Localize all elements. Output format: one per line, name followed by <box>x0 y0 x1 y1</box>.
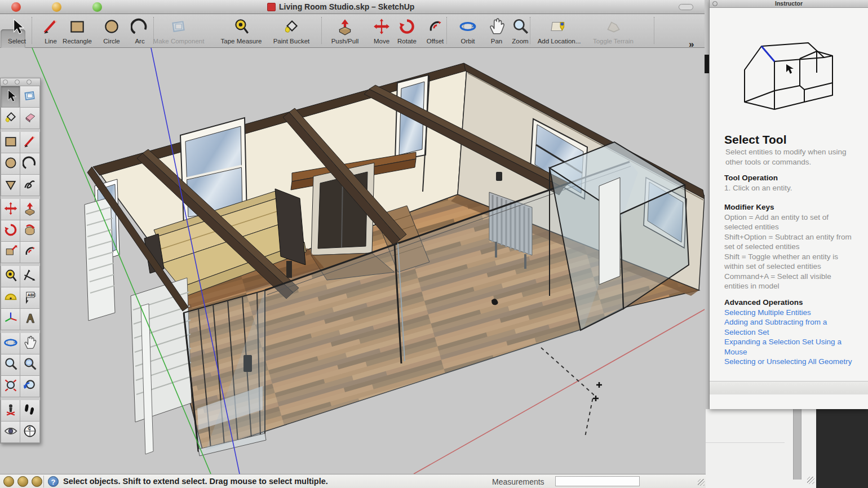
palette-titlebar[interactable] <box>1 78 40 86</box>
palette-tool-pan[interactable] <box>20 333 40 354</box>
text-3d-icon <box>23 311 37 328</box>
palette-tool-previous[interactable] <box>20 376 40 397</box>
add-location-icon <box>529 16 590 37</box>
eraser-icon <box>23 110 37 127</box>
palette-tool-follow-me[interactable] <box>20 220 40 242</box>
axes-icon <box>3 311 18 328</box>
toggle-terrain-icon <box>585 16 642 37</box>
advanced-operations-heading: Advanced Operations <box>724 298 852 308</box>
toolbar-item-paint-bucket[interactable]: Paint Bucket <box>267 16 316 45</box>
minimize-button[interactable] <box>52 2 61 12</box>
palette-tool-freehand[interactable] <box>20 175 40 196</box>
statusbar-resize-grip[interactable] <box>698 479 705 486</box>
measurements-label: Measurements <box>492 477 544 486</box>
palette-tool-dimension[interactable] <box>20 266 40 287</box>
palette-tool-rotate[interactable] <box>1 220 20 242</box>
push-pull-icon <box>327 16 364 37</box>
tape-measure-icon <box>217 16 265 37</box>
tape-measure-icon <box>3 268 18 285</box>
rectangle-icon <box>59 16 96 37</box>
zoom-window-icon <box>23 357 37 374</box>
palette-tool-zoom[interactable] <box>1 354 20 376</box>
palette-tool-orbit[interactable] <box>1 333 20 354</box>
toolbar-item-label: Offset <box>418 38 452 45</box>
status-icon-2[interactable] <box>17 476 28 487</box>
palette-tool-scale[interactable] <box>1 242 20 263</box>
background-window-divider <box>706 442 785 443</box>
toolbar-item-push-pull[interactable]: Push/Pull <box>327 16 364 45</box>
instructor-house-diagram <box>732 39 851 123</box>
palette-tool-zoom-window[interactable] <box>20 354 40 376</box>
palette-tool-line[interactable] <box>20 132 40 153</box>
status-divider <box>43 476 44 487</box>
instructor-link[interactable]: Selecting or Unselecting All Geometry <box>724 357 852 367</box>
instructor-link[interactable]: Selecting Multiple Entities <box>724 308 852 318</box>
instructor-close-button[interactable] <box>712 1 718 6</box>
palette-tool-tape-measure[interactable] <box>1 266 20 287</box>
palette-tool-section-plane[interactable]: C <box>20 422 40 443</box>
toolbar-separator <box>446 17 447 44</box>
palette-tool-text[interactable]: ABC <box>20 287 40 309</box>
palette-tool-move[interactable] <box>1 199 20 220</box>
toolbar-item-toggle-terrain[interactable]: Toggle Terrain <box>585 16 642 45</box>
toolbar-item-select[interactable]: Select <box>0 16 34 45</box>
palette-zoom-button[interactable] <box>26 79 32 85</box>
toolbar-separator <box>32 17 32 44</box>
toolbar-item-make-component[interactable]: Make Component <box>150 16 207 45</box>
paint-bucket-icon <box>3 110 18 127</box>
palette-tool-make-component[interactable] <box>20 86 40 108</box>
palette-tool-position-camera[interactable] <box>1 400 20 422</box>
palette-tool-polygon[interactable] <box>1 175 20 196</box>
instructor-body: Select Tool Select entities to modify wh… <box>710 8 868 394</box>
toolbar-item-rectangle[interactable]: Rectangle <box>59 16 96 45</box>
palette-tool-push-pull[interactable] <box>20 199 40 220</box>
instructor-description: Select entities to modify when usingothe… <box>725 147 847 167</box>
freehand-icon <box>23 177 37 194</box>
status-icon-1[interactable] <box>3 476 14 487</box>
svg-text:ABC: ABC <box>28 293 36 297</box>
instructor-link[interactable]: Mouse <box>724 347 852 357</box>
help-icon[interactable]: ? <box>48 476 59 487</box>
offset-icon <box>418 16 452 37</box>
palette-tool-look-around[interactable] <box>1 422 20 443</box>
palette-minimize-button[interactable] <box>15 79 20 85</box>
palette-tool-axes[interactable] <box>1 309 20 330</box>
line-icon <box>23 134 37 151</box>
toolbar-toggle-pill[interactable] <box>679 4 693 10</box>
zoom-window-button[interactable] <box>92 2 102 12</box>
palette-tool-text-3d[interactable] <box>20 309 40 330</box>
toolbar-separator <box>153 17 154 44</box>
status-icon-3[interactable] <box>32 476 42 487</box>
toolbar-item-add-location[interactable]: Add Location... <box>529 16 590 45</box>
palette-tool-paint-bucket[interactable] <box>1 108 20 129</box>
instructor-link[interactable]: Adding and Subtracting from a <box>724 317 852 327</box>
zoom-extents-icon <box>3 378 18 395</box>
palette-tool-eraser[interactable] <box>20 108 40 129</box>
sketchup-window: Living Room Studio.skp – SketchUp Select… <box>0 0 706 488</box>
model-viewport[interactable] <box>0 48 706 474</box>
palette-tool-circle[interactable] <box>1 153 20 175</box>
palette-tool-offset[interactable] <box>20 242 40 263</box>
palette-tool-protractor[interactable] <box>1 287 20 309</box>
tool-palette: ABCC <box>0 78 41 443</box>
background-scrollbar[interactable] <box>793 409 801 480</box>
palette-tool-arc[interactable] <box>20 153 40 175</box>
instructor-titlebar[interactable]: Instructor <box>710 0 868 8</box>
instructor-link[interactable]: Expanding a Selection Set Using a <box>724 337 852 347</box>
instructor-link[interactable]: Selection Set <box>724 327 852 338</box>
toolbar-item-tape-measure[interactable]: Tape Measure <box>217 16 265 45</box>
toolbar-item-offset[interactable]: Offset <box>418 16 452 45</box>
instructor-tool-operation: Tool Operation1. Click on an entity. <box>724 173 792 193</box>
background-resize-grip[interactable] <box>807 477 814 484</box>
instructor-modifier-keys: Modifier KeysOption = Add an entity to s… <box>724 202 852 291</box>
instructor-heading: Select Tool <box>724 133 786 147</box>
titlebar[interactable]: Living Room Studio.skp – SketchUp <box>0 0 706 14</box>
palette-tool-select[interactable] <box>1 86 20 108</box>
palette-tool-walk[interactable] <box>20 400 40 422</box>
palette-tool-rectangle[interactable] <box>1 132 20 153</box>
close-button[interactable] <box>11 2 21 12</box>
palette-tool-zoom-extents[interactable] <box>1 376 20 397</box>
measurements-input[interactable] <box>555 476 640 486</box>
status-bar: ? Select objects. Shift to extend select… <box>0 474 706 488</box>
palette-close-button[interactable] <box>3 79 8 85</box>
